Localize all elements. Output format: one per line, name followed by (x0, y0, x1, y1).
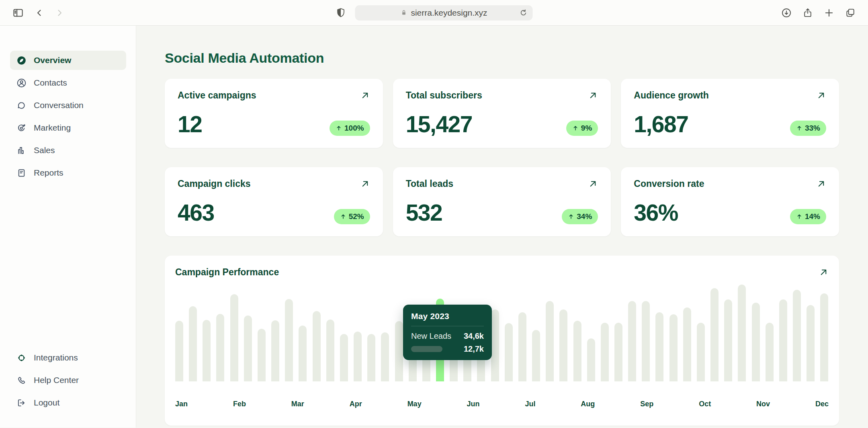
chart-title: Campaign Performance (175, 267, 279, 278)
stat-card-campaign-clicks: Campaign clicks 463 52% (165, 167, 383, 236)
tooltip-value: 34,6k (464, 332, 484, 341)
chart-bar[interactable] (752, 303, 760, 381)
sidebar-item-integrations[interactable]: Integrations (10, 348, 126, 367)
chart-bar[interactable] (203, 320, 211, 381)
stat-label: Campaign clicks (178, 178, 251, 189)
arrow-up-right-icon[interactable] (816, 90, 826, 100)
share-icon[interactable] (802, 7, 813, 18)
reload-icon[interactable] (519, 8, 528, 17)
sidebar-item-help-center[interactable]: Help Center (10, 371, 126, 390)
arrow-up-right-icon[interactable] (588, 90, 598, 100)
month-label: Sep (640, 400, 653, 409)
sidebar-item-logout[interactable]: Logout (10, 393, 126, 412)
sidebar-item-contacts[interactable]: Contacts (10, 73, 126, 92)
arrow-up-right-icon[interactable] (819, 267, 829, 277)
chart-bar[interactable] (642, 301, 650, 381)
tooltip-title: May 2023 (411, 311, 484, 321)
sidebar: Overview Contacts (0, 26, 136, 428)
back-button[interactable] (35, 8, 44, 18)
chart-bar[interactable] (216, 314, 224, 381)
forward-button[interactable] (55, 8, 64, 18)
month-label: Dec (815, 400, 829, 409)
chart-bar[interactable] (683, 307, 691, 381)
arrow-up-icon (340, 213, 346, 220)
chart-bar[interactable] (299, 326, 307, 381)
chart-bar[interactable] (724, 299, 732, 381)
chart-bar[interactable] (340, 334, 348, 381)
stat-value: 15,427 (406, 113, 472, 136)
chart-bar[interactable] (189, 306, 197, 381)
chart-bar[interactable] (491, 309, 499, 381)
chart-bar[interactable] (793, 290, 801, 381)
sidebar-item-overview[interactable]: Overview (10, 51, 126, 70)
address-bar[interactable]: sierra.keydesign.xyz (355, 5, 533, 20)
chart-bar[interactable] (505, 323, 513, 381)
stat-label: Active campaigns (178, 90, 256, 101)
downloads-icon[interactable] (781, 7, 792, 18)
sidebar-toggle-icon[interactable] (12, 7, 24, 19)
sidebar-item-label: Overview (34, 55, 71, 65)
arrow-up-right-icon[interactable] (588, 179, 598, 189)
trend-badge: 100% (330, 121, 370, 136)
chart-bar[interactable] (313, 311, 321, 381)
chart-bar[interactable] (244, 315, 252, 381)
sidebar-nav: Overview Contacts (0, 51, 136, 186)
sidebar-item-conversation[interactable]: Conversation (10, 96, 126, 115)
url-text: sierra.keydesign.xyz (411, 8, 487, 18)
logout-icon (16, 397, 27, 408)
sidebar-item-sales[interactable]: Sales (10, 141, 126, 160)
chart-bar[interactable] (738, 285, 746, 381)
trend-badge: 9% (566, 121, 598, 136)
arrow-up-icon (572, 125, 579, 131)
chart-bar[interactable] (271, 320, 279, 381)
phone-icon (16, 375, 27, 386)
stat-value: 532 (406, 201, 442, 224)
sidebar-item-label: Logout (34, 398, 59, 408)
arrow-up-right-icon[interactable] (360, 179, 370, 189)
chart-bar[interactable] (532, 330, 540, 381)
sidebar-item-marketing[interactable]: Marketing (10, 118, 126, 137)
page-title: Social Media Automation (165, 49, 839, 67)
stat-card-audience-growth: Audience growth 1,687 33% (621, 79, 839, 148)
chart-bar[interactable] (326, 319, 334, 381)
chart-bar[interactable] (766, 323, 774, 381)
sidebar-item-reports[interactable]: Reports (10, 163, 126, 182)
arrow-up-right-icon[interactable] (360, 90, 370, 100)
sidebar-item-label: Sales (34, 145, 55, 155)
tooltip-secondary-value: 12,7k (464, 344, 484, 354)
chart-bar[interactable] (395, 321, 403, 381)
chart-bar[interactable] (381, 332, 389, 381)
chart-bar[interactable] (614, 323, 622, 381)
chart-bar[interactable] (655, 312, 663, 381)
chart-bar[interactable] (587, 338, 595, 381)
chart-bar[interactable] (518, 312, 526, 381)
chart-bar[interactable] (367, 334, 375, 381)
chart-bar[interactable] (175, 321, 183, 381)
chart-bar[interactable] (807, 305, 815, 381)
chart-tooltip: May 2023 New Leads 34,6k 12,7k (403, 305, 492, 360)
chart-bar[interactable] (779, 299, 787, 381)
chart-bar[interactable] (285, 299, 293, 381)
browser-chrome: sierra.keydesign.xyz (0, 0, 868, 26)
arrow-up-icon (336, 125, 342, 131)
new-tab-icon[interactable] (823, 7, 835, 18)
stat-value: 1,687 (634, 113, 688, 136)
chart-bar[interactable] (601, 323, 609, 381)
chart-bar[interactable] (559, 309, 567, 381)
chart-bar[interactable] (354, 332, 362, 381)
chart-bar[interactable] (697, 323, 705, 381)
chart-bar[interactable] (628, 301, 636, 381)
arrow-up-right-icon[interactable] (816, 179, 826, 189)
integrations-icon (16, 352, 27, 363)
chart-bar[interactable] (258, 329, 266, 381)
month-label: Nov (756, 400, 770, 409)
chart-bar[interactable] (710, 288, 719, 381)
conversation-icon (16, 100, 27, 111)
chart-bar[interactable] (546, 301, 554, 381)
chart-bar[interactable] (230, 294, 238, 381)
tab-overview-icon[interactable] (845, 7, 856, 18)
chart-bar[interactable] (820, 293, 828, 381)
privacy-shield-icon[interactable] (336, 7, 346, 18)
chart-bar[interactable] (573, 321, 581, 381)
chart-bar[interactable] (669, 314, 678, 381)
